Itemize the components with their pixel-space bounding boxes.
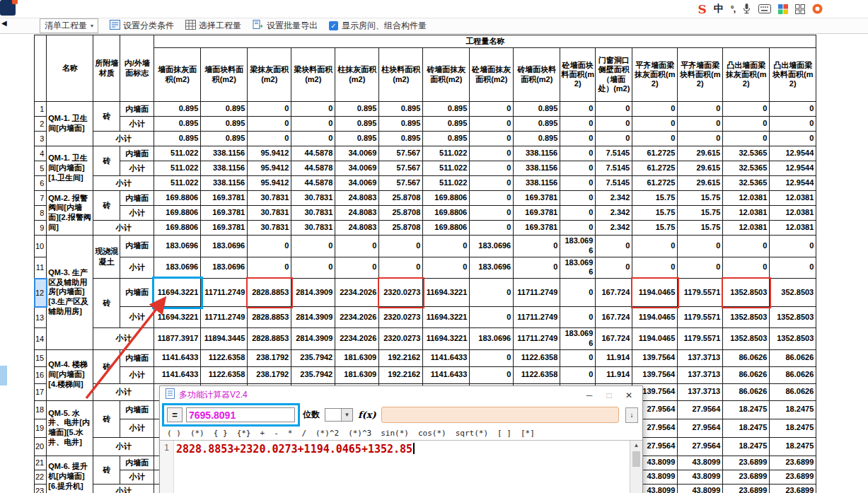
cell-value[interactable]: 0 [560,161,596,176]
cell-value[interactable]: 0 [470,307,514,328]
column-header[interactable]: 平齐墙面梁块料面积(m2) [678,48,723,102]
cell-value[interactable]: 0 [560,176,596,191]
expression-editor[interactable]: 2828.8853+2320.0273+1194.0465+1352.85 [174,441,630,493]
cell-value[interactable]: 30.7831 [291,221,335,236]
cell-value[interactable]: 137.3713 [678,383,723,400]
cell-value[interactable]: 2828.8853 [248,328,291,350]
cell-material[interactable]: 砖 [93,400,120,437]
cell-value[interactable]: 0 [632,117,678,132]
cell-value[interactable]: 0 [335,236,379,257]
cell-value[interactable]: 0 [596,236,632,257]
cell-flag[interactable]: 小计 [120,257,154,279]
cell-value[interactable]: 0 [596,117,632,132]
cell-subtotal[interactable]: 小计 [93,176,154,191]
cell-value[interactable]: 27.9564 [678,400,723,419]
cell-value[interactable]: 1141.6433 [423,366,470,383]
cell-name[interactable]: QM-6. 提升机[内墙面][6.提升机] [47,456,93,493]
column-header[interactable]: 砖墙面块料面积(m2) [514,48,560,102]
cell-value[interactable]: 15.75 [678,206,723,221]
collapse-arrow-icon[interactable]: ◀ [1,19,7,27]
cell-value[interactable]: 1194.0465 [632,328,678,350]
cell-name[interactable]: QM-4. 楼梯间[内墙面][4.楼梯间] [47,349,93,400]
app-icon[interactable] [0,0,16,16]
row-number[interactable]: 5 [35,161,47,176]
cell-value[interactable]: 12.0381 [770,221,816,236]
cell-value[interactable]: 0.895 [514,117,560,132]
cell-value[interactable]: 15.75 [678,191,723,206]
cell-value[interactable]: 0 [470,221,514,236]
cell-value[interactable]: 1122.6358 [201,366,248,383]
cell-value[interactable]: 95.9412 [248,146,291,161]
column-header[interactable]: 梁块料面积(m2) [291,48,335,102]
cell-value[interactable]: 1352.8503 [723,328,770,350]
operator-button[interactable]: [*] [521,429,535,438]
column-header[interactable]: 砼墙面块料面积(m2) [560,48,596,102]
column-header[interactable]: 砖墙面抹灰面积(m2) [423,48,470,102]
cell-value[interactable]: 2320.0273 [379,307,423,328]
cell-value[interactable]: 11711.2749 [514,307,560,328]
cell-value[interactable]: 0.895 [154,117,201,132]
cell-value[interactable]: 86.0626 [723,349,770,366]
cell-value[interactable]: 0 [723,257,770,279]
cell-value[interactable]: 0 [723,236,770,257]
cell-value[interactable]: 511.022 [423,176,470,191]
col-header-name[interactable]: 名称 [47,35,93,102]
cell-value[interactable]: 0 [470,102,514,117]
cell-value[interactable]: 1194.0465 [632,307,678,328]
cell-value[interactable]: 167.724 [596,307,632,328]
cell-value[interactable]: 0.895 [423,117,470,132]
operator-button[interactable]: sqrt(*) [456,429,488,438]
cell-flag[interactable]: 内墙面 [120,456,154,470]
cell-material[interactable]: 砖 [93,349,120,383]
cell-value[interactable]: 238.1792 [248,349,291,366]
cell-value[interactable]: 25.8708 [379,221,423,236]
cell-value[interactable]: 11694.3221 [154,307,201,328]
cell-value[interactable]: 32.5365 [723,176,770,191]
cell-value[interactable]: 338.1156 [514,176,560,191]
cell-value[interactable]: 352.8503 [770,279,816,307]
cell-value[interactable]: 0 [723,117,770,132]
cell-value[interactable]: 0 [596,132,632,146]
cell-value[interactable]: 0.895 [514,102,560,117]
cell-value[interactable]: 7.5145 [596,146,632,161]
row-number[interactable]: 7 [35,191,47,206]
cell-value[interactable]: 1141.6433 [423,349,470,366]
operator-button[interactable]: * [288,429,293,438]
cell-value[interactable]: 0 [560,191,596,206]
cell-value[interactable]: 0 [770,236,816,257]
operator-button[interactable]: { } [214,429,228,438]
cell-value[interactable]: 169.8806 [154,191,201,206]
row-number[interactable]: 13 [35,307,47,328]
cell-value[interactable]: 23.6899 [723,456,770,470]
cell-value[interactable]: 27.9564 [678,437,723,456]
cell-value[interactable]: 0 [248,236,291,257]
cell-value[interactable]: 7.5145 [596,176,632,191]
cell-value[interactable]: 139.7564 [632,349,678,366]
cell-value[interactable]: 338.1156 [201,176,248,191]
cell-value[interactable]: 338.1156 [201,161,248,176]
cell-value[interactable]: 34.0069 [335,146,379,161]
cell-value[interactable]: 0.895 [335,132,379,146]
cell-value[interactable]: 32.5365 [723,161,770,176]
cell-value[interactable]: 183.0696 [154,257,201,279]
cell-value[interactable]: 86.0626 [770,366,816,383]
cell-value[interactable]: 11694.3221 [154,279,201,307]
cell-value[interactable]: 192.2162 [379,349,423,366]
cell-material[interactable]: 砖 [93,456,120,484]
operator-button[interactable]: (*) [190,429,204,438]
calculator-titlebar[interactable]: 多功能计算器V2.4 ─ □ ✕ [160,386,642,404]
cell-value[interactable]: 2320.0273 [379,328,423,350]
cell-value[interactable]: 183.0696 [154,236,201,257]
scroll-up-icon[interactable]: ▲ [634,441,640,448]
select-quantity-button[interactable]: 选择工程量 [185,20,241,32]
cell-value[interactable]: 137.3713 [678,366,723,383]
cell-value[interactable]: 15.75 [678,221,723,236]
cell-value[interactable]: 61.2725 [632,176,678,191]
cell-value[interactable]: 0 [423,257,470,279]
cell-value[interactable]: 11711.2749 [201,307,248,328]
cell-value[interactable]: 169.3781 [201,221,248,236]
cell-value[interactable]: 1122.6358 [514,366,560,383]
cell-value[interactable]: 2234.2026 [335,328,379,350]
col-header-flag[interactable]: 内/外墙面标志 [120,35,154,102]
cell-value[interactable]: 0 [560,349,596,366]
